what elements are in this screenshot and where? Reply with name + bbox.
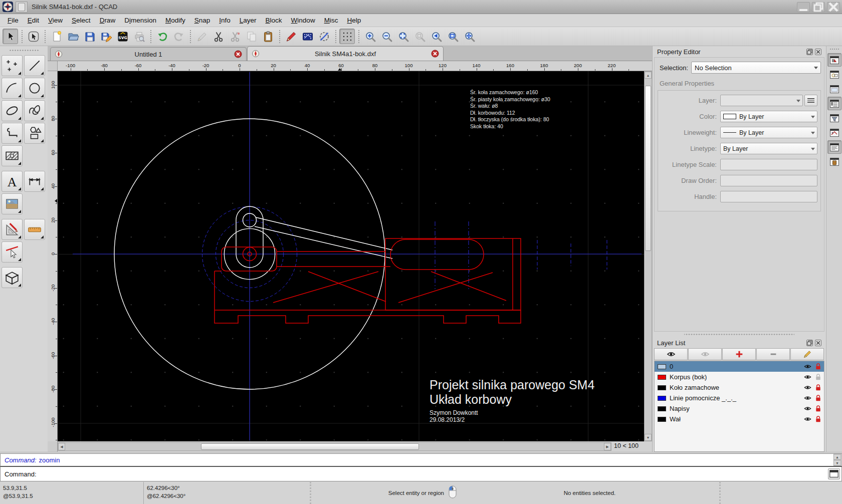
- hide-all-layers-button[interactable]: [688, 348, 722, 360]
- layer-field[interactable]: [720, 95, 803, 106]
- command-input[interactable]: Command:: [0, 467, 842, 481]
- drawing-canvas[interactable]: Śr. koła zamachowego: ø160Śr. piasty koł…: [58, 71, 644, 441]
- snap-tool-icon[interactable]: [2, 241, 23, 263]
- linetype-field[interactable]: By Layer: [720, 143, 817, 154]
- zoom-one-icon[interactable]: [412, 29, 428, 44]
- layer-row-4[interactable]: Napisy: [655, 403, 824, 414]
- close-panel-icon[interactable]: [815, 49, 821, 55]
- arc-icon[interactable]: [2, 78, 23, 99]
- modify-icon[interactable]: [2, 219, 23, 240]
- lock-icon[interactable]: [814, 363, 822, 370]
- redo-icon[interactable]: [171, 29, 186, 44]
- vertical-scrollbar[interactable]: ▲ ▼: [644, 71, 652, 441]
- scroll-down-icon[interactable]: ▼: [645, 434, 652, 441]
- panel-splitter[interactable]: [684, 332, 794, 337]
- close-panel-icon[interactable]: [815, 340, 821, 346]
- image-icon[interactable]: [2, 193, 23, 214]
- lock-icon[interactable]: [814, 384, 822, 391]
- ellipse-icon[interactable]: [2, 100, 23, 121]
- layer-row-0[interactable]: 0: [655, 361, 824, 372]
- zoom-auto-icon[interactable]: [395, 29, 411, 44]
- float-panel-icon[interactable]: [806, 49, 813, 55]
- edit-layer-button[interactable]: [790, 348, 824, 360]
- cut-ref-icon[interactable]: [227, 29, 243, 44]
- save-as-icon[interactable]: [98, 29, 114, 44]
- dimension-icon[interactable]: [24, 171, 45, 192]
- minimize-button[interactable]: [797, 2, 810, 12]
- new-file-icon[interactable]: [49, 29, 64, 44]
- remove-layer-button[interactable]: [756, 348, 790, 360]
- tab-close-icon[interactable]: [431, 50, 439, 58]
- panel-prop-icon[interactable]: [827, 53, 841, 67]
- eye-icon[interactable]: [804, 394, 811, 402]
- line-icon[interactable]: [24, 55, 45, 76]
- menu-help[interactable]: Help: [342, 15, 365, 26]
- toolbar-drag-handle[interactable]: [9, 49, 39, 52]
- scroll-right-icon[interactable]: ▶: [604, 443, 611, 450]
- pointer-icon[interactable]: [3, 29, 18, 44]
- undo-icon[interactable]: [154, 29, 170, 44]
- zoom-window-icon[interactable]: [445, 29, 461, 44]
- menu-misc[interactable]: Misc: [320, 15, 343, 26]
- ruler-icon[interactable]: [24, 219, 45, 240]
- maximize-button[interactable]: [812, 2, 825, 12]
- panel-clipboard-icon[interactable]: [827, 155, 841, 168]
- command-history-scrollbar[interactable]: ▲ ▼: [833, 454, 841, 466]
- scroll-down-icon[interactable]: ▼: [833, 460, 841, 466]
- zoom-in-icon[interactable]: [362, 29, 378, 44]
- layer-row-5[interactable]: Wał: [655, 414, 824, 424]
- panel-funnel-icon[interactable]: [827, 111, 841, 125]
- menu-layer[interactable]: Layer: [235, 15, 261, 26]
- scroll-up-icon[interactable]: ▲: [833, 454, 841, 460]
- tab-untitled[interactable]: Untitled 1: [50, 47, 247, 61]
- lock-icon[interactable]: [814, 373, 822, 381]
- toolbar-drag-handle[interactable]: [829, 48, 839, 51]
- tab-silnik[interactable]: Silnik SM4a1-bok.dxf: [247, 46, 444, 61]
- scroll-left-icon[interactable]: ◀: [58, 443, 65, 450]
- grid-icon[interactable]: [339, 29, 355, 44]
- close-button[interactable]: [827, 2, 840, 12]
- horizontal-scroll-thumb[interactable]: [201, 443, 419, 450]
- menu-select[interactable]: Select: [67, 15, 95, 26]
- lock-icon[interactable]: [814, 415, 822, 423]
- add-layer-button[interactable]: [722, 348, 756, 360]
- text-icon[interactable]: A: [2, 171, 23, 192]
- open-folder-icon[interactable]: [65, 29, 81, 44]
- lineweight-field[interactable]: By Layer: [720, 127, 817, 138]
- menu-block[interactable]: Block: [261, 15, 287, 26]
- save-icon[interactable]: [82, 29, 97, 44]
- color-field[interactable]: By Layer: [720, 111, 817, 122]
- menu-edit[interactable]: Edit: [23, 15, 44, 26]
- layer-menu-button[interactable]: [804, 95, 817, 106]
- menu-draw[interactable]: Draw: [95, 15, 120, 26]
- panel-blank-icon[interactable]: [827, 82, 841, 96]
- layer-row-2[interactable]: Koło zamachowe: [655, 382, 824, 393]
- layer-row-1[interactable]: Korpus (bok): [655, 372, 824, 382]
- print-preview-icon[interactable]: [131, 29, 147, 44]
- menu-info[interactable]: Info: [215, 15, 235, 26]
- command-options-button[interactable]: [828, 468, 840, 479]
- circle-icon[interactable]: [24, 78, 45, 99]
- menu-file[interactable]: File: [3, 15, 23, 26]
- menu-snap[interactable]: Snap: [190, 15, 215, 26]
- menu-dimension[interactable]: Dimension: [120, 15, 161, 26]
- eye-icon[interactable]: [804, 384, 811, 391]
- scroll-up-icon[interactable]: ▲: [645, 72, 652, 79]
- panel-shapes-icon[interactable]: [827, 68, 841, 81]
- show-all-layers-button[interactable]: [654, 348, 688, 360]
- menu-view[interactable]: View: [44, 15, 67, 26]
- hatch-icon[interactable]: [2, 145, 23, 166]
- panel-list-icon[interactable]: [827, 97, 841, 110]
- eye-icon[interactable]: [804, 405, 811, 412]
- panel-block-icon[interactable]: [827, 126, 841, 139]
- menu-modify[interactable]: Modify: [161, 15, 190, 26]
- lock-icon[interactable]: [814, 405, 822, 412]
- eye-icon[interactable]: [804, 363, 811, 370]
- pencil-gray-icon[interactable]: [194, 29, 209, 44]
- panel-text-icon[interactable]: [827, 140, 841, 154]
- tab-close-icon[interactable]: [234, 50, 242, 58]
- horizontal-scrollbar[interactable]: ◀ ▶: [58, 442, 611, 451]
- draw-pencil-icon[interactable]: [283, 29, 299, 44]
- polyline-icon[interactable]: [2, 123, 23, 144]
- layer-row-3[interactable]: Linie pomocnicze _._._: [655, 393, 824, 403]
